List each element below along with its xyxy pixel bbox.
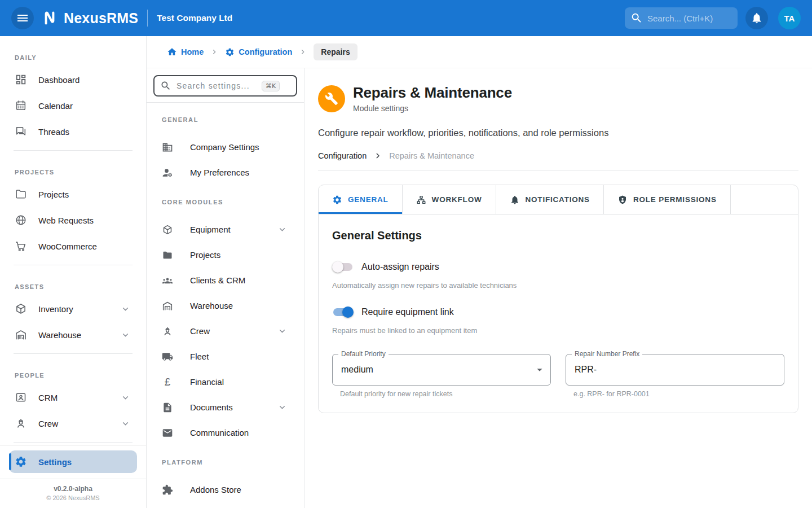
repair-number-prefix-field[interactable]: Repair Number Prefix xyxy=(566,354,784,386)
settings-nav-item-my-preferences[interactable]: My Preferences xyxy=(147,160,304,185)
toggle-require-equipment-link[interactable] xyxy=(332,306,354,318)
settings-nav-item-crew[interactable]: Crew xyxy=(147,318,304,344)
nav-item-label: Financial xyxy=(190,377,224,387)
sidebar-item-projects[interactable]: Projects xyxy=(0,181,146,207)
tab-general[interactable]: GENERAL xyxy=(319,185,403,214)
nav-item-label: Fleet xyxy=(190,352,209,361)
warehouse-icon xyxy=(162,300,173,312)
wrench-icon xyxy=(325,92,338,106)
sidebar-item-settings[interactable]: Settings xyxy=(9,450,137,473)
toggle-row-require-equipment: Require equipment link xyxy=(332,306,784,318)
notifications-button[interactable] xyxy=(745,7,768,29)
default-priority-select[interactable]: Default Priority medium xyxy=(332,354,551,386)
breadcrumb-home[interactable]: Home xyxy=(167,47,204,57)
sidebar-scroll[interactable]: DAILY Dashboard Calendar Threads PROJECT… xyxy=(0,36,146,508)
contact-card-icon xyxy=(15,391,27,404)
settings-nav-item-projects[interactable]: Projects xyxy=(147,242,304,268)
avatar[interactable]: TA xyxy=(778,7,801,29)
settings-nav-item-communication[interactable]: Communication xyxy=(147,420,304,445)
sidebar-item-label: Threads xyxy=(38,127,69,137)
sidebar-item-woocommerce[interactable]: WooCommerce xyxy=(0,233,146,259)
repair-number-prefix-input[interactable] xyxy=(575,354,777,385)
settings-nav-item-financial[interactable]: £ Financial xyxy=(147,369,304,395)
settings-nav-item-fleet[interactable]: Fleet xyxy=(147,344,304,369)
sidebar-item-threads[interactable]: Threads xyxy=(0,119,146,144)
settings-search-input[interactable] xyxy=(176,81,257,90)
keyboard-shortcut-badge: ⌘K xyxy=(262,81,280,91)
brand[interactable]: NexusRMS xyxy=(41,9,138,27)
sub-breadcrumb-current: Repairs & Maintenance xyxy=(389,151,474,160)
chevron-down-icon[interactable] xyxy=(121,393,130,402)
settings-nav-item-equipment[interactable]: Equipment xyxy=(147,217,304,242)
menu-button[interactable] xyxy=(11,7,34,29)
sidebar-item-label: WooCommerce xyxy=(38,242,97,251)
search-icon xyxy=(160,80,171,91)
global-search-input[interactable] xyxy=(647,14,732,23)
tab-label: WORKFLOW xyxy=(432,195,482,204)
settings-nav-item-company-settings[interactable]: Company Settings xyxy=(147,134,304,160)
sidebar-item-web-requests[interactable]: Web Requests xyxy=(0,207,146,233)
menu-icon xyxy=(16,11,29,25)
sidebar-divider xyxy=(14,150,133,151)
nav-item-label: Equipment xyxy=(190,225,231,234)
sidebar-item-crm[interactable]: CRM xyxy=(0,384,146,410)
sidebar-divider xyxy=(14,442,133,443)
global-search[interactable] xyxy=(625,7,738,29)
settings-nav-item-addons-store[interactable]: Addons Store xyxy=(147,477,304,502)
nav-item-label: Documents xyxy=(190,402,233,412)
chevron-down-icon[interactable] xyxy=(277,402,287,412)
sidebar-item-calendar[interactable]: Calendar xyxy=(0,93,146,119)
document-icon xyxy=(162,402,173,413)
sidebar-footer: Settings v0.2.0-alpha © 2026 NexusRMS xyxy=(0,446,146,508)
field-value: medium xyxy=(341,365,373,375)
settings-nav-item-clients-crm[interactable]: Clients & CRM xyxy=(147,268,304,293)
tab-label: NOTIFICATIONS xyxy=(526,195,590,204)
shield-person-icon xyxy=(617,195,628,205)
sidebar-item-crew[interactable]: Crew xyxy=(0,410,146,436)
sidebar-item-dashboard[interactable]: Dashboard xyxy=(0,67,146,93)
nav-item-label: Crew xyxy=(190,326,210,336)
switch-knob xyxy=(332,261,343,273)
warehouse-icon xyxy=(15,329,27,341)
bell-icon xyxy=(510,195,520,205)
breadcrumb-home-label: Home xyxy=(181,47,204,56)
tab-label: GENERAL xyxy=(348,195,389,204)
settings-nav: ⌘K GENERAL Company Settings My Preferenc… xyxy=(147,68,304,508)
nav-item-label: Warehouse xyxy=(190,301,233,310)
chevron-down-icon[interactable] xyxy=(121,304,130,314)
chevron-down-icon[interactable] xyxy=(121,419,130,428)
breadcrumb-configuration[interactable]: Configuration xyxy=(225,47,292,57)
tab-role-permissions[interactable]: ROLE PERMISSIONS xyxy=(604,185,731,214)
engineer-icon xyxy=(162,326,173,337)
breadcrumb-current: Repairs xyxy=(314,43,357,60)
nexus-logo-icon xyxy=(41,9,59,27)
nav-items: Addons Store xyxy=(147,471,304,502)
sidebar-item-warehouse[interactable]: Warehouse xyxy=(0,322,146,348)
settings-search[interactable]: ⌘K xyxy=(153,75,297,97)
sidebar-item-label: Inventory xyxy=(38,304,73,314)
module-header: Repairs & Maintenance Module settings xyxy=(318,84,798,113)
chevron-right-icon xyxy=(299,48,307,56)
divider xyxy=(318,170,798,171)
toggle-auto-assign-repairs[interactable] xyxy=(332,261,354,273)
chevron-down-icon[interactable] xyxy=(277,326,287,336)
chevron-down-icon[interactable] xyxy=(277,225,287,234)
sub-breadcrumb-parent[interactable]: Configuration xyxy=(318,151,367,160)
sidebar-item-label: Web Requests xyxy=(38,216,94,225)
sidebar-item-inventory[interactable]: Inventory xyxy=(0,296,146,322)
settings-nav-item-documents[interactable]: Documents xyxy=(147,395,304,420)
toggle-helper: Automatically assign new repairs to avai… xyxy=(332,281,784,290)
folder-filled-icon xyxy=(162,249,173,261)
tab-workflow[interactable]: WORKFLOW xyxy=(403,185,496,214)
search-icon xyxy=(630,12,643,24)
tab-notifications[interactable]: NOTIFICATIONS xyxy=(496,185,604,214)
content-row: ⌘K GENERAL Company Settings My Preferenc… xyxy=(147,68,812,508)
dropdown-caret-icon[interactable] xyxy=(533,364,546,376)
sidebar-section-people: PEOPLE xyxy=(0,360,146,384)
toggle-row-auto-assign: Auto-assign repairs xyxy=(332,261,784,273)
engineer-icon xyxy=(15,417,27,430)
folder-icon xyxy=(15,188,27,200)
settings-nav-item-warehouse[interactable]: Warehouse xyxy=(147,293,304,318)
chevron-down-icon[interactable] xyxy=(121,330,130,340)
field-default-priority-wrap: Default Priority medium Default priority… xyxy=(332,354,551,398)
